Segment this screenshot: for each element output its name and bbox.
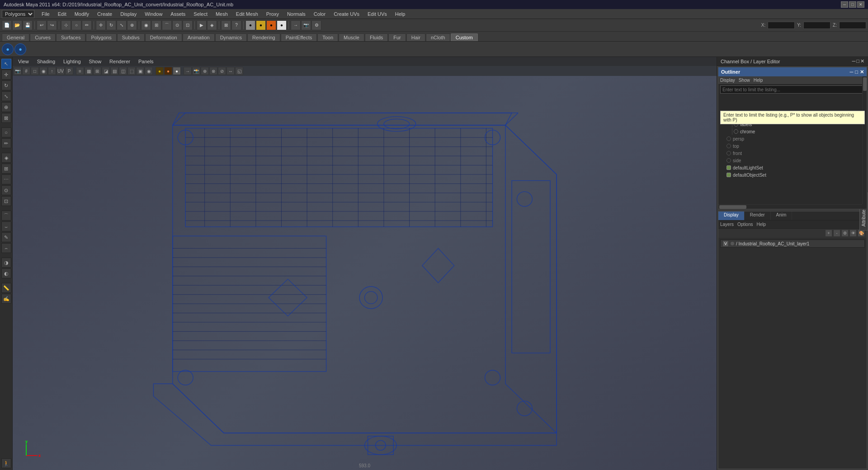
vp-tb-light-2[interactable]: ● xyxy=(164,67,172,75)
tb-ipr[interactable]: ◈ xyxy=(207,20,217,30)
tb-light-2[interactable]: ● xyxy=(256,20,266,30)
shelf-tab-muscle[interactable]: Muscle xyxy=(339,33,364,41)
vp-menu-lighting[interactable]: Lighting xyxy=(60,58,85,65)
shelf-tab-toon[interactable]: Toon xyxy=(317,33,338,41)
vp-tb-normals[interactable]: ↑ xyxy=(48,67,56,75)
lt-walk[interactable]: 🚶 xyxy=(1,458,11,468)
outliner-scrollbar-v[interactable] xyxy=(862,76,867,204)
lt-bind-skin[interactable]: ⊙ xyxy=(1,185,11,195)
tb-show-manipulator[interactable]: ⊠ xyxy=(221,20,231,30)
tb-light-3[interactable]: ● xyxy=(266,20,276,30)
menu-edit[interactable]: Edit xyxy=(54,10,70,18)
outliner-item-defaultlightset[interactable]: defaultLightSet xyxy=(718,164,867,171)
layer-visibility[interactable]: V xyxy=(722,240,729,247)
outliner-item-chrome[interactable]: chrome xyxy=(724,128,867,135)
menu-window[interactable]: Window xyxy=(141,10,166,18)
menu-select[interactable]: Select xyxy=(190,10,211,18)
menu-color[interactable]: Color xyxy=(310,10,329,18)
shelf-tab-ncloth[interactable]: nCloth xyxy=(426,33,450,41)
vp-tb-c2[interactable]: 📸 xyxy=(192,67,200,75)
right-panel-maximize[interactable]: □ xyxy=(856,58,859,64)
tb-snap-grid[interactable]: ⊞ xyxy=(151,20,161,30)
outliner-menu-help[interactable]: Help xyxy=(754,78,763,83)
lt-scale-tool[interactable]: ⤡ xyxy=(1,91,11,101)
tb-settings[interactable]: ⚙ xyxy=(311,20,321,30)
vp-tb-b4[interactable]: ◪ xyxy=(102,67,110,75)
vp-menu-panels[interactable]: Panels xyxy=(135,58,157,65)
lt-measure[interactable]: 📏 xyxy=(1,283,11,293)
vp-tb-b6[interactable]: ◫ xyxy=(119,67,127,75)
tb-undo[interactable]: ↩ xyxy=(37,20,47,30)
cle-tb-options[interactable]: ⚙ xyxy=(841,230,849,237)
vp-tb-b7[interactable]: ⬚ xyxy=(127,67,136,75)
lt-arc-tools[interactable]: ⌢ xyxy=(1,243,11,253)
lt-lasso[interactable]: ○ xyxy=(1,127,11,137)
lt-soft-mod[interactable]: ◐ xyxy=(1,268,11,278)
vp-menu-renderer[interactable]: Renderer xyxy=(106,58,134,65)
outliner-maximize[interactable]: □ xyxy=(855,69,858,75)
cle-tab-display[interactable]: Display xyxy=(718,212,745,220)
lt-sculpt[interactable]: ◑ xyxy=(1,258,11,268)
tb-select[interactable]: ⊹ xyxy=(61,20,71,30)
menu-help[interactable]: Help xyxy=(392,10,409,18)
close-button[interactable]: ✕ xyxy=(857,1,864,8)
shelf-tab-subdivs[interactable]: Subdivs xyxy=(117,33,145,41)
outliner-item-side[interactable]: side xyxy=(718,157,867,164)
menu-modify[interactable]: Modify xyxy=(71,10,93,18)
cle-tb-new-layer[interactable]: + xyxy=(825,230,832,237)
lt-ik[interactable]: ⋯ xyxy=(1,174,11,184)
vp-tb-light-1[interactable]: ● xyxy=(156,67,164,75)
cle-tab-anim[interactable]: Anim xyxy=(771,212,793,220)
outliner-minimize[interactable]: ─ xyxy=(850,69,854,75)
coord-z-field[interactable] xyxy=(839,22,866,29)
tb-soft-select[interactable]: ◉ xyxy=(141,20,151,30)
tb-question[interactable]: ? xyxy=(231,20,241,30)
cle-subtab-help[interactable]: Help xyxy=(756,222,766,227)
workspace-selector[interactable]: Polygons xyxy=(2,10,34,18)
shelf-tab-polygons[interactable]: Polygons xyxy=(86,33,116,41)
coord-x-field[interactable] xyxy=(768,22,795,29)
vp-tb-light-3[interactable]: ● xyxy=(173,67,181,75)
menu-edit-mesh[interactable]: Edit Mesh xyxy=(232,10,262,18)
shelf-tab-fluids[interactable]: Fluids xyxy=(365,33,388,41)
cle-subtab-options[interactable]: Options xyxy=(737,222,753,227)
vp-tb-b5[interactable]: ▤ xyxy=(110,67,118,75)
vp-tb-c4[interactable]: ⊗ xyxy=(209,67,217,75)
tb-snap-curve[interactable]: ⌒ xyxy=(162,20,172,30)
vp-tb-uvs[interactable]: UV xyxy=(57,67,65,75)
outliner-menu-display[interactable]: Display xyxy=(720,78,735,83)
shelf-tab-painteffects[interactable]: PaintEffects xyxy=(281,33,317,41)
menu-create-uvs[interactable]: Create UVs xyxy=(330,10,363,18)
layer-item-1[interactable]: V / Industrial_Rooftop_AC_Unit_layer1 xyxy=(720,240,865,248)
vp-tb-b2[interactable]: ▦ xyxy=(85,67,93,75)
tb-new[interactable]: 📄 xyxy=(2,20,12,30)
shelf-tab-custom[interactable]: Custom xyxy=(451,33,478,41)
tb-save[interactable]: 💾 xyxy=(23,20,33,30)
tb-camera[interactable]: 📷 xyxy=(301,20,311,30)
vp-tb-b3[interactable]: ⊞ xyxy=(93,67,101,75)
lt-annotate[interactable]: ✍ xyxy=(1,294,11,304)
cle-tb-show-hide[interactable]: 👁 xyxy=(849,230,857,237)
lt-curve-ep[interactable]: ⌣ xyxy=(1,221,11,231)
maximize-button[interactable]: □ xyxy=(849,1,856,8)
menu-assets[interactable]: Assets xyxy=(167,10,189,18)
shelf-tab-surfaces[interactable]: Surfaces xyxy=(56,33,85,41)
outliner-item-front[interactable]: front xyxy=(718,150,867,157)
vp-tb-cam-persp[interactable]: P xyxy=(65,67,73,75)
tb-light-4[interactable]: ● xyxy=(277,20,287,30)
outliner-item-top[interactable]: top xyxy=(718,142,867,150)
tb-rotate[interactable]: ↻ xyxy=(106,20,116,30)
vp-tb-smooth[interactable]: ◉ xyxy=(39,67,47,75)
vp-tb-grid[interactable]: # xyxy=(22,67,30,75)
shelf-icon-1[interactable]: ● xyxy=(2,43,14,55)
vp-tb-c5[interactable]: ⊘ xyxy=(218,67,226,75)
vp-tb-b1[interactable]: ≡ xyxy=(76,67,84,75)
coord-y-field[interactable] xyxy=(803,22,830,29)
tb-universal[interactable]: ⊕ xyxy=(127,20,137,30)
vp-tb-c1[interactable]: → xyxy=(184,67,192,75)
menu-mesh[interactable]: Mesh xyxy=(212,10,231,18)
cle-subtab-layers[interactable]: Layers xyxy=(720,222,734,227)
tb-scale[interactable]: ⤡ xyxy=(117,20,127,30)
cle-tab-render[interactable]: Render xyxy=(745,212,771,220)
tb-paint[interactable]: ✏ xyxy=(82,20,92,30)
